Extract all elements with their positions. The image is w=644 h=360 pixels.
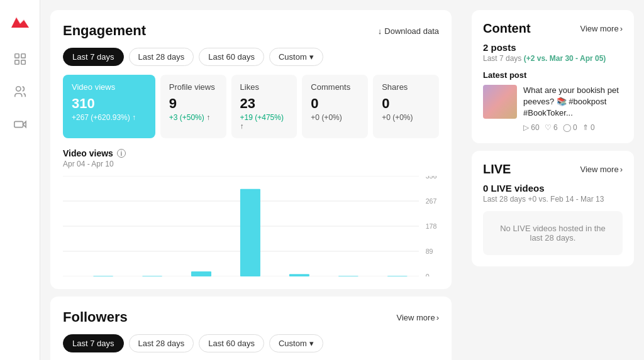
sidebar-item-video[interactable] xyxy=(11,116,29,133)
info-icon: i xyxy=(117,149,126,158)
svg-rect-24 xyxy=(289,274,309,276)
post-stat-likes: ♡ 6 xyxy=(545,123,558,132)
svg-text:356: 356 xyxy=(426,176,437,180)
svg-rect-20 xyxy=(93,276,113,276)
svg-rect-4 xyxy=(21,54,25,58)
metric-likes[interactable]: Likes 23 +19 (+475%) ↑ xyxy=(231,75,297,138)
live-count: 0 LIVE videos xyxy=(483,183,623,194)
followers-filter-row: Last 7 days Last 28 days Last 60 days Cu… xyxy=(63,334,439,352)
followers-filter-custom[interactable]: Custom ▾ xyxy=(269,334,323,352)
chart-section: Video views i Apr 04 - Apr 10 356 267 17… xyxy=(63,148,439,276)
svg-text:178: 178 xyxy=(426,222,437,230)
svg-rect-3 xyxy=(14,54,18,58)
followers-header: Followers View more › xyxy=(63,309,439,325)
live-card-header: LIVE View more › xyxy=(483,162,623,177)
content-view-more[interactable]: View more › xyxy=(580,24,623,33)
post-thumbnail xyxy=(483,85,517,119)
svg-rect-22 xyxy=(191,271,211,276)
svg-rect-23 xyxy=(240,189,260,276)
post-stat-plays: ▷ 60 xyxy=(523,123,540,132)
followers-card: Followers View more › Last 7 days Last 2… xyxy=(50,297,452,360)
sidebar-item-dashboard[interactable] xyxy=(11,50,29,68)
followers-title: Followers xyxy=(63,309,128,325)
post-text: What are your bookish pet peeves? 📚 #boo… xyxy=(523,85,623,119)
chart-title: Video views xyxy=(63,148,113,158)
live-subtitle: Last 28 days +0 vs. Feb 14 - Mar 13 xyxy=(483,195,623,204)
content-card-header: Content View more › xyxy=(483,21,623,36)
sidebar xyxy=(0,0,40,360)
svg-rect-6 xyxy=(21,60,25,64)
svg-text:89: 89 xyxy=(426,248,433,255)
post-stat-comments: ◯ 0 xyxy=(563,123,577,132)
filter-btn-custom-engagement[interactable]: Custom ▾ xyxy=(269,48,323,66)
svg-rect-8 xyxy=(14,121,23,127)
filter-btn-60days[interactable]: Last 60 days xyxy=(199,48,264,66)
metric-comments[interactable]: Comments 0 +0 (+0%) xyxy=(302,75,368,138)
post-stats: ▷ 60 ♡ 6 ◯ 0 ⇑ 0 xyxy=(523,123,623,132)
engagement-title: Engagement xyxy=(63,23,146,39)
svg-rect-21 xyxy=(142,276,162,276)
sidebar-item-users[interactable] xyxy=(11,83,29,101)
live-view-more[interactable]: View more › xyxy=(580,165,623,174)
filter-btn-28days[interactable]: Last 28 days xyxy=(129,48,194,66)
followers-filter-28days[interactable]: Last 28 days xyxy=(129,334,194,352)
filter-btn-7days[interactable]: Last 7 days xyxy=(63,48,124,66)
engagement-filter-row: Last 7 days Last 28 days Last 60 days Cu… xyxy=(63,48,439,66)
latest-post-label: Latest post xyxy=(483,70,623,80)
content-card: Content View more › 2 posts Last 7 days … xyxy=(472,10,634,143)
metrics-row: Video views 310 +267 (+620.93%) ↑ Profil… xyxy=(63,75,439,138)
followers-view-more[interactable]: View more › xyxy=(396,313,439,322)
posts-subtitle: Last 7 days (+2 vs. Mar 30 - Apr 05) xyxy=(483,54,623,63)
main-content: Engagement ↓ Download data Last 7 days L… xyxy=(40,0,462,360)
svg-rect-25 xyxy=(338,276,358,276)
followers-filter-60days[interactable]: Last 60 days xyxy=(199,334,264,352)
logo[interactable] xyxy=(9,10,31,35)
metric-video-views[interactable]: Video views 310 +267 (+620.93%) ↑ xyxy=(63,75,155,138)
live-title: LIVE xyxy=(483,162,511,177)
svg-text:0: 0 xyxy=(426,273,430,276)
svg-rect-5 xyxy=(14,60,18,64)
chart-svg: 356 267 178 89 0 xyxy=(63,176,439,276)
chart-container: 356 267 178 89 0 xyxy=(63,176,439,276)
live-card: LIVE View more › 0 LIVE videos Last 28 d… xyxy=(472,151,634,266)
svg-text:267: 267 xyxy=(426,197,437,205)
engagement-card: Engagement ↓ Download data Last 7 days L… xyxy=(50,10,452,289)
posts-count: 2 posts xyxy=(483,42,623,53)
post-stat-shares: ⇑ 0 xyxy=(582,123,595,132)
metric-shares[interactable]: Shares 0 +0 (+0%) xyxy=(373,75,439,138)
right-panel: Content View more › 2 posts Last 7 days … xyxy=(462,0,644,360)
svg-rect-0 xyxy=(9,10,31,33)
svg-point-7 xyxy=(16,87,20,91)
latest-post-item: What are your bookish pet peeves? 📚 #boo… xyxy=(483,85,623,132)
chart-date-range: Apr 04 - Apr 10 xyxy=(63,160,439,168)
live-empty-message: No LIVE videos hosted in the last 28 day… xyxy=(483,211,623,255)
metric-profile-views[interactable]: Profile views 9 +3 (+50%) ↑ xyxy=(160,75,226,138)
engagement-header: Engagement ↓ Download data xyxy=(63,23,439,39)
content-title: Content xyxy=(483,21,531,36)
svg-rect-26 xyxy=(387,276,408,276)
download-button[interactable]: ↓ Download data xyxy=(378,26,439,36)
followers-filter-7days[interactable]: Last 7 days xyxy=(63,334,124,352)
